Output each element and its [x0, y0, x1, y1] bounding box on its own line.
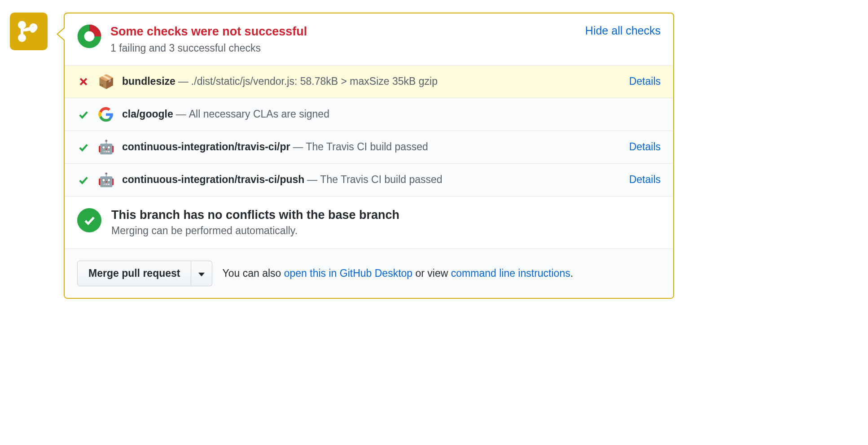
check-message: All necessary CLAs are signed: [189, 108, 329, 120]
check-row: 📦bundlesize — ./dist/static/js/vendor.js…: [65, 65, 673, 98]
check-row: 🤖continuous-integration/travis-ci/push —…: [65, 164, 673, 196]
toggle-checks-link[interactable]: Hide all checks: [585, 24, 661, 37]
check-details-link[interactable]: Details: [629, 141, 661, 153]
check-name: continuous-integration/travis-ci/pr: [122, 141, 290, 153]
google-icon: [98, 106, 114, 122]
merge-status-panel: Some checks were not successful 1 failin…: [64, 13, 674, 299]
git-merge-icon: [18, 21, 39, 42]
conflict-subtitle: Merging can be performed automatically.: [111, 225, 399, 237]
command-line-instructions-link[interactable]: command line instructions: [451, 267, 570, 279]
check-text: cla/google — All necessary CLAs are sign…: [122, 108, 661, 120]
merge-status-badge: [10, 13, 48, 50]
travis-icon: 🤖: [98, 172, 114, 188]
conflict-title: This branch has no conflicts with the ba…: [111, 208, 399, 222]
caret-down-icon: [198, 272, 205, 277]
check-name: continuous-integration/travis-ci/push: [122, 174, 304, 186]
checks-list: 📦bundlesize — ./dist/static/js/vendor.js…: [65, 65, 673, 196]
merge-hint-suffix: .: [570, 267, 573, 279]
check-text: continuous-integration/travis-ci/pr — Th…: [122, 141, 621, 153]
travis-icon: 🤖: [98, 139, 114, 155]
merge-actions-section: Merge pull request You can also open thi…: [65, 249, 673, 298]
check-message: The Travis CI build passed: [320, 174, 442, 186]
merge-hint-middle: or view: [412, 267, 451, 279]
check-icon: [77, 175, 90, 185]
checks-summary-section: Some checks were not successful 1 failin…: [65, 13, 673, 65]
check-text: bundlesize — ./dist/static/js/vendor.js:…: [122, 75, 621, 87]
check-icon: [77, 142, 90, 152]
check-details-link[interactable]: Details: [629, 75, 661, 87]
merge-options-dropdown[interactable]: [191, 261, 212, 286]
check-icon: [77, 109, 90, 119]
merge-hint-prefix: You can also: [222, 267, 284, 279]
checks-summary-subtitle: 1 failing and 3 successful checks: [110, 42, 307, 54]
merge-hint-text: You can also open this in GitHub Desktop…: [222, 267, 573, 279]
checks-donut-icon: [77, 24, 101, 48]
package-icon: 📦: [98, 74, 114, 90]
merge-conflict-section: This branch has no conflicts with the ba…: [65, 196, 673, 249]
check-text: continuous-integration/travis-ci/push — …: [122, 174, 621, 186]
check-circle-icon: [77, 208, 101, 232]
check-row: 🤖continuous-integration/travis-ci/pr — T…: [65, 131, 673, 164]
merge-pull-request-button[interactable]: Merge pull request: [77, 261, 191, 286]
checks-summary-title: Some checks were not successful: [110, 24, 307, 39]
check-message: ./dist/static/js/vendor.js: 58.78kB > ma…: [191, 75, 438, 87]
open-github-desktop-link[interactable]: open this in GitHub Desktop: [284, 267, 412, 279]
check-name: bundlesize: [122, 75, 175, 87]
x-icon: [77, 77, 90, 87]
check-name: cla/google: [122, 108, 173, 120]
check-message: The Travis CI build passed: [306, 141, 428, 153]
check-details-link[interactable]: Details: [629, 174, 661, 186]
check-row: cla/google — All necessary CLAs are sign…: [65, 98, 673, 131]
